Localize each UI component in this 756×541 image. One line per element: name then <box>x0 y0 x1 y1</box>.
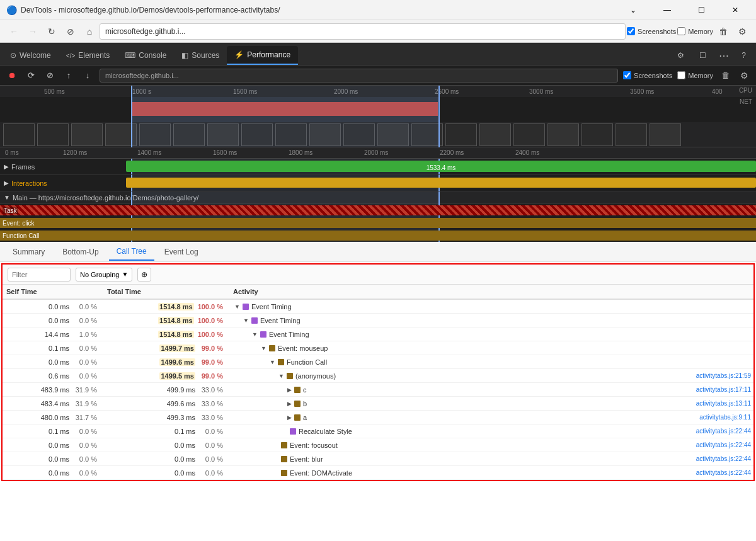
self-pct: 1.0 % <box>73 331 97 338</box>
interactions-triangle[interactable]: ▶ <box>4 179 9 186</box>
expand-arrow[interactable]: ▼ <box>278 373 284 379</box>
total-ms: 0.1 ms <box>161 428 195 435</box>
tab-performance[interactable]: ⚡ Performance <box>227 46 298 65</box>
tick-3500: 3500 ms <box>630 88 654 95</box>
clear-btn[interactable]: 🗑 <box>718 69 732 83</box>
self-time-cell: 0.0 ms 0.0 % <box>3 469 103 477</box>
tab-summary[interactable]: Summary <box>5 243 52 261</box>
back-btn[interactable]: ← <box>5 23 23 40</box>
expand-btn[interactable]: ⊕ <box>137 268 151 282</box>
tab-settings-gear[interactable]: ⚙ <box>670 46 692 65</box>
self-pct: 0.0 % <box>73 358 97 366</box>
reload-record-btn[interactable]: ⟳ <box>24 69 38 83</box>
total-time-values: 1499.5 ms 99.0 % <box>107 372 226 380</box>
total-time-values: 0.0 ms 0.0 % <box>107 441 226 449</box>
memory-checkbox[interactable] <box>677 27 685 35</box>
frames-label[interactable]: ▶ Frames <box>0 163 126 171</box>
expand-arrow[interactable]: ▶ <box>287 387 292 393</box>
activity-color-dot <box>243 304 249 310</box>
download-profile-btn[interactable]: ↓ <box>81 69 94 83</box>
activity-link[interactable]: activitytabs.js:22:44 <box>696 455 751 462</box>
self-pct: 0.0 % <box>73 317 97 324</box>
thumb-14 <box>445 123 477 146</box>
close-btn[interactable]: ✕ <box>721 0 750 20</box>
perf-settings-btn[interactable]: ⚙ <box>737 69 751 83</box>
stop-btn[interactable]: ⊘ <box>62 23 79 40</box>
activity-name: Event Timing <box>260 317 301 324</box>
tab-bottom-up[interactable]: Bottom-Up <box>55 243 106 261</box>
expand-arrow[interactable]: ▼ <box>234 304 240 310</box>
total-time-header: Total Time <box>103 288 229 295</box>
activity-link[interactable]: activitytabs.js:9:11 <box>699 414 751 421</box>
main-arrow[interactable]: ▼ <box>4 194 10 201</box>
record-btn[interactable]: ⏺ <box>5 69 19 83</box>
tab-sources[interactable]: ◧ Sources <box>174 46 227 65</box>
self-pct: 31.7 % <box>73 414 97 421</box>
self-pct: 0.0 % <box>73 441 97 449</box>
grouping-dropdown[interactable]: No Grouping ▼ <box>76 268 132 282</box>
performance-icon: ⚡ <box>234 50 244 59</box>
home-btn[interactable]: ⌂ <box>81 23 98 40</box>
address-bar[interactable] <box>100 23 626 40</box>
dtick-2400: 2400 ms <box>515 149 539 156</box>
tab-help[interactable]: ? <box>734 46 753 65</box>
dtick-1200: 1200 ms <box>63 149 87 156</box>
settings-btn[interactable]: ⚙ <box>733 23 751 40</box>
expand-arrow[interactable]: ▼ <box>243 317 249 324</box>
sources-icon: ◧ <box>181 51 188 60</box>
trash-btn[interactable]: 🗑 <box>714 23 732 40</box>
more-tabs-btn[interactable]: ⋯ <box>714 46 734 65</box>
expand-arrow[interactable]: ▼ <box>261 345 266 351</box>
total-time-values: 499.3 ms 33.0 % <box>107 414 226 421</box>
table-row: 480.0 ms 31.7 % 499.3 ms 33.0 % ▶ a acti… <box>3 411 753 424</box>
refresh-btn[interactable]: ↻ <box>43 23 60 40</box>
tab-console[interactable]: ⌨ Console <box>117 46 174 65</box>
tab-welcome[interactable]: ⊙ Welcome <box>3 46 59 65</box>
perf-screenshots-label: Screenshots <box>623 71 672 79</box>
self-ms: 480.0 ms <box>35 414 69 421</box>
activity-color-dot <box>281 456 287 462</box>
self-time-header: Self Time <box>3 288 103 295</box>
minimize-btn[interactable]: — <box>653 0 682 20</box>
forward-btn[interactable]: → <box>24 23 42 40</box>
frames-triangle[interactable]: ▶ <box>4 163 9 170</box>
activity-link[interactable]: activitytabs.js:22:44 <box>696 441 751 448</box>
expand-arrow[interactable]: ▼ <box>252 331 258 338</box>
stop-recording-btn[interactable]: ⊘ <box>43 69 57 83</box>
activity-name: Event: blur <box>290 455 323 463</box>
elements-icon: </> <box>66 52 75 59</box>
tab-event-log[interactable]: Event Log <box>157 243 206 261</box>
filter-input[interactable] <box>8 268 71 282</box>
perf-screenshots-checkbox[interactable] <box>623 71 631 79</box>
dtick-2200: 2200 ms <box>440 149 464 156</box>
timeline-area: 500 ms 1000 s 1500 ms 2000 ms 2500 ms 30… <box>0 86 756 242</box>
interactions-label[interactable]: ▶ Interactions <box>0 179 126 187</box>
activity-link[interactable]: activitytabs.js:21:59 <box>696 372 751 379</box>
dropdown-btn[interactable]: ⌄ <box>619 0 648 20</box>
activity-link[interactable]: activitytabs.js:22:44 <box>696 469 751 476</box>
maximize-btn[interactable]: ☐ <box>687 0 716 20</box>
thumbnail-strip <box>0 122 756 147</box>
task-block: Task <box>0 205 756 215</box>
upload-profile-btn[interactable]: ↑ <box>62 69 76 83</box>
table-row: 0.6 ms 0.0 % 1499.5 ms 99.0 % ▼ (anonymo… <box>3 369 753 383</box>
browser-nav: ← → ↻ ⊘ ⌂ Screenshots Memory 🗑 ⚙ <box>0 20 756 43</box>
expand-arrow[interactable]: ▼ <box>270 359 275 365</box>
screenshots-checkbox[interactable] <box>627 27 635 35</box>
frames-content: 1533.4 ms <box>126 159 756 174</box>
tab-elements[interactable]: </> Elements <box>59 46 118 65</box>
tab-call-tree[interactable]: Call Tree <box>109 243 154 261</box>
activity-color-dot <box>278 359 284 365</box>
table-row: 0.0 ms 0.0 % 0.0 ms 0.0 % Event: blur ac… <box>3 452 753 466</box>
tab-device[interactable]: ☐ <box>692 46 714 65</box>
total-time-values: 499.6 ms 33.0 % <box>107 400 226 407</box>
expand-arrow[interactable]: ▶ <box>287 414 292 421</box>
activity-link[interactable]: activitytabs.js:17:11 <box>696 386 751 393</box>
activity-link[interactable]: activitytabs.js:22:44 <box>696 428 751 435</box>
total-pct: 99.0 % <box>199 358 223 366</box>
activity-link[interactable]: activitytabs.js:13:11 <box>696 400 751 407</box>
perf-memory-checkbox[interactable] <box>677 71 685 79</box>
expand-arrow[interactable]: ▶ <box>287 401 292 407</box>
welcome-icon: ⊙ <box>10 51 16 60</box>
url-display: microsoftedge.github.i... <box>100 69 618 83</box>
